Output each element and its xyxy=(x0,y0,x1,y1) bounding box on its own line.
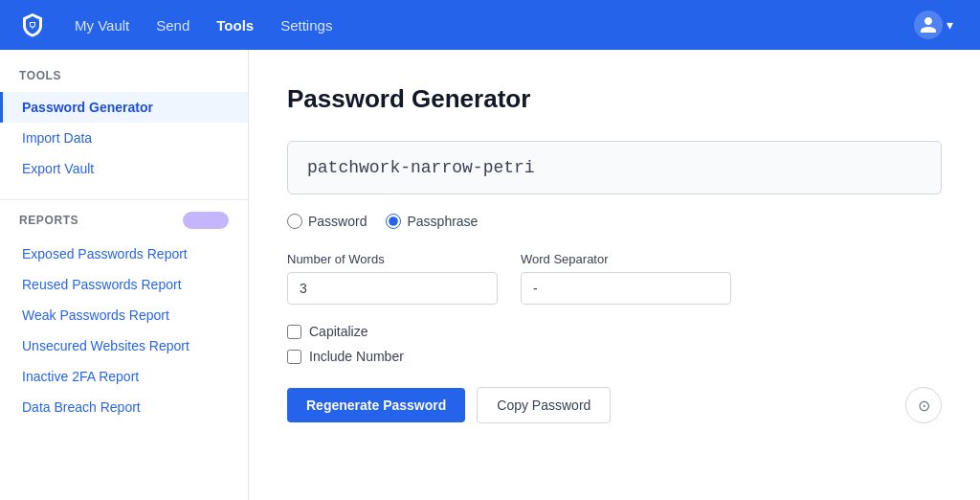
num-words-group: Number of Words xyxy=(287,252,498,305)
nav-settings[interactable]: Settings xyxy=(271,11,342,39)
sidebar-item-unsecured-websites[interactable]: Unsecured Websites Report xyxy=(0,330,248,361)
history-button[interactable]: ⊙ xyxy=(905,387,942,423)
sidebar-item-data-breach[interactable]: Data Breach Report xyxy=(0,392,248,422)
radio-passphrase-label: Passphrase xyxy=(407,214,478,229)
avatar-icon xyxy=(914,11,943,39)
sidebar-item-weak-passwords[interactable]: Weak Passwords Report xyxy=(0,300,248,330)
user-avatar-button[interactable]: ▾ xyxy=(906,7,961,43)
sidebar-item-exposed-passwords[interactable]: Exposed Passwords Report xyxy=(0,239,248,269)
regenerate-button[interactable]: Regenerate Password xyxy=(287,388,465,422)
nav-tools[interactable]: Tools xyxy=(207,11,263,39)
password-display: patchwork-narrow-petri xyxy=(287,141,942,194)
num-words-label: Number of Words xyxy=(287,252,498,266)
radio-passphrase-input[interactable] xyxy=(386,214,401,229)
sidebar-item-inactive-2fa[interactable]: Inactive 2FA Report xyxy=(0,361,248,392)
reports-badge xyxy=(183,212,229,229)
form-row: Number of Words Word Separator xyxy=(287,252,942,305)
nav-send[interactable]: Send xyxy=(146,11,199,39)
radio-password-label: Password xyxy=(308,214,367,229)
checkbox-group: Capitalize Include Number xyxy=(287,324,942,364)
history-icon: ⊙ xyxy=(918,397,930,415)
sidebar-item-password-generator[interactable]: Password Generator xyxy=(0,92,248,123)
reports-header: REPORTS xyxy=(0,212,248,239)
avatar-chevron: ▾ xyxy=(947,17,953,33)
include-number-label: Include Number xyxy=(309,349,404,364)
button-row: Regenerate Password Copy Password xyxy=(287,387,611,423)
sidebar: TOOLS Password Generator Import Data Exp… xyxy=(0,50,249,500)
sidebar-item-reused-passwords[interactable]: Reused Passwords Report xyxy=(0,269,248,300)
type-radio-group: Password Passphrase xyxy=(287,214,942,229)
include-number-checkbox[interactable] xyxy=(287,350,301,364)
num-words-input[interactable] xyxy=(287,272,498,305)
reports-section-title: REPORTS xyxy=(19,214,78,227)
nav-myvault[interactable]: My Vault xyxy=(65,11,139,39)
radio-password[interactable]: Password xyxy=(287,214,367,229)
sidebar-item-import-data[interactable]: Import Data xyxy=(0,123,248,153)
button-row-outer: Regenerate Password Copy Password ⊙ xyxy=(287,387,942,423)
radio-password-input[interactable] xyxy=(287,214,302,229)
capitalize-checkbox-label[interactable]: Capitalize xyxy=(287,324,942,339)
page-title: Password Generator xyxy=(287,84,942,114)
capitalize-checkbox[interactable] xyxy=(287,325,301,339)
bitwarden-logo-icon xyxy=(19,11,46,38)
sidebar-item-export-vault[interactable]: Export Vault xyxy=(0,153,248,184)
copy-password-button[interactable]: Copy Password xyxy=(477,387,611,423)
password-text: patchwork-narrow-petri xyxy=(307,158,535,177)
include-number-checkbox-label[interactable]: Include Number xyxy=(287,349,942,364)
topnav: My Vault Send Tools Settings ▾ xyxy=(0,0,980,50)
separator-label: Word Separator xyxy=(521,252,731,266)
tools-section-title: TOOLS xyxy=(0,69,248,92)
separator-input[interactable] xyxy=(521,272,731,305)
main-content: Password Generator patchwork-narrow-petr… xyxy=(249,50,980,500)
capitalize-label: Capitalize xyxy=(309,324,368,339)
radio-passphrase[interactable]: Passphrase xyxy=(386,214,478,229)
separator-group: Word Separator xyxy=(521,252,731,305)
